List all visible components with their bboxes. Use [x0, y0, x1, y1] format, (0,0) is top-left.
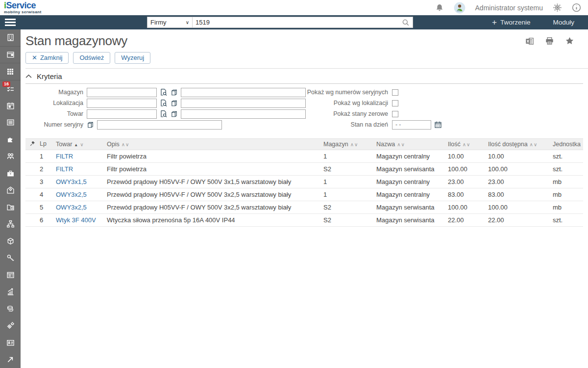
nav-links: + Tworzenie Moduły: [492, 15, 588, 29]
pokaz-wg-numerow-label: Pokaż wg numerów seryjnych: [280, 89, 392, 96]
lokalizacja-dictionary-icon[interactable]: [171, 100, 178, 107]
info-icon[interactable]: [572, 3, 581, 12]
export-excel-icon[interactable]: [525, 37, 534, 46]
reset-button[interactable]: Wyzeruj: [115, 52, 150, 64]
column-header-jednostka[interactable]: Jednostka: [551, 139, 583, 150]
sidebar-item-plugins[interactable]: [0, 131, 21, 148]
sidebar-item-browser[interactable]: [0, 47, 21, 64]
sort-icons[interactable]: ∧∨: [463, 142, 471, 147]
towar-code-input[interactable]: [87, 109, 157, 119]
sidebar-item-list[interactable]: [0, 114, 21, 131]
top-bar: iService mobilny serwisant Administrator…: [0, 0, 588, 15]
close-icon: ✕: [32, 54, 37, 61]
sort-asc-icon[interactable]: ▲: [74, 143, 78, 147]
table-row: 3 OWY3x1,5 Przewód prądowy H05VV-F / OWY…: [25, 176, 583, 188]
table-row: 1 FILTR Filtr powietrza 1 Magazyn centra…: [25, 150, 583, 163]
favorite-star-icon[interactable]: [565, 36, 574, 46]
print-icon[interactable]: [545, 36, 554, 46]
lokalizacja-lookup-icon[interactable]: [160, 99, 168, 107]
settings-gear-icon[interactable]: [553, 3, 562, 12]
towar-dictionary-icon[interactable]: [171, 110, 178, 118]
stan-na-dzien-label: Stan na dzień: [280, 121, 392, 128]
close-button[interactable]: ✕ Zamknij: [25, 52, 69, 64]
cell-magazyn: S2: [321, 201, 374, 214]
cell-nazwa: Magazyn serwisanta: [374, 201, 446, 214]
sidebar-item-access[interactable]: [0, 250, 21, 267]
briefcase-icon: [6, 169, 15, 178]
sidebar-item-partners[interactable]: [0, 148, 21, 165]
sidebar-item-apps[interactable]: [0, 63, 21, 80]
sidebar-item-offers[interactable]: [0, 182, 21, 199]
column-header-magazyn[interactable]: Magazyn∧∨: [321, 139, 374, 150]
sort-desc-icon[interactable]: ∨: [80, 142, 84, 147]
key-icon: [6, 254, 15, 262]
sidebar-item-tasks[interactable]: 16: [0, 80, 21, 98]
cell-towar-link[interactable]: FILTR: [54, 163, 105, 176]
column-header-ilosc-dostepna[interactable]: Ilość dostępna∧∨: [486, 139, 551, 150]
magazyn-lookup-icon[interactable]: [160, 88, 168, 96]
sidebar-item-external[interactable]: [0, 351, 21, 368]
cell-dostepna: 22.00: [486, 214, 551, 227]
column-header-lp[interactable]: Lp: [25, 139, 54, 150]
sidebar-item-forms[interactable]: [0, 266, 21, 284]
cell-towar-link[interactable]: Wtyk 3F 400V: [54, 214, 105, 227]
main-nav-bar: Firmy ∨ + Tworzenie Moduły: [0, 15, 588, 29]
cell-jednostka: szt.: [551, 214, 583, 227]
modules-menu[interactable]: Moduły: [553, 19, 574, 26]
search-input[interactable]: [193, 17, 399, 27]
magazyn-dictionary-icon[interactable]: [171, 89, 178, 96]
table-row: 5 OWY3x2,5 Przewód prądowy H05VV-F / OWY…: [25, 201, 583, 214]
user-avatar[interactable]: [454, 2, 466, 14]
column-header-opis[interactable]: Opis∧∨: [105, 139, 321, 150]
cell-towar-link[interactable]: OWY3x2,5: [54, 188, 105, 201]
notifications-bell-icon[interactable]: [435, 3, 444, 12]
sort-icons[interactable]: ∧∨: [530, 142, 538, 147]
numer-seryjny-dictionary-icon[interactable]: [87, 121, 94, 129]
refresh-button[interactable]: Odśwież: [73, 52, 110, 64]
column-header-ilosc[interactable]: Ilość∧∨: [446, 139, 486, 150]
sidebar-item-finance[interactable]: [0, 300, 21, 317]
stan-na-dzien-input[interactable]: [392, 120, 431, 130]
criteria-section-header[interactable]: Kryteria: [25, 72, 583, 84]
cell-nazwa: Magazyn centralny: [374, 188, 446, 201]
sidebar-item-settings[interactable]: [0, 317, 21, 335]
pin-icon[interactable]: [29, 141, 36, 148]
sidebar-item-structure[interactable]: [0, 216, 21, 233]
cell-magazyn: S2: [321, 163, 374, 176]
sidebar-item-products[interactable]: [0, 233, 21, 250]
lokalizacja-code-input[interactable]: [87, 99, 157, 108]
pokaz-stany-zerowe-checkbox[interactable]: [392, 111, 398, 117]
pokaz-stany-zerowe-label: Pokaż stany zerowe: [280, 110, 392, 117]
magazyn-code-input[interactable]: [87, 88, 157, 97]
gears-icon: [6, 321, 15, 330]
date-picker-calendar-icon[interactable]: [434, 121, 442, 129]
criteria-body: Magazyn Lokalizacja Towar: [25, 87, 583, 134]
refresh-button-label: Odśwież: [79, 54, 104, 61]
sidebar-item-company[interactable]: [0, 29, 21, 47]
sidebar-item-contacts[interactable]: [0, 334, 21, 351]
page-title: Stan magazynowy: [25, 33, 127, 49]
contact-card-icon: [6, 339, 15, 347]
hamburger-menu-icon[interactable]: [0, 19, 21, 26]
column-header-towar[interactable]: Towar▲∨: [54, 139, 105, 150]
towar-lookup-icon[interactable]: [160, 110, 168, 118]
cell-towar-link[interactable]: FILTR: [54, 150, 105, 163]
sidebar-item-briefcase[interactable]: [0, 165, 21, 182]
cell-towar-link[interactable]: OWY3x2,5: [54, 201, 105, 214]
search-category-select[interactable]: Firmy ∨: [147, 17, 193, 27]
cell-towar-link[interactable]: OWY3x1,5: [54, 176, 105, 188]
search-icon[interactable]: [399, 17, 413, 27]
sort-icons[interactable]: ∧∨: [122, 142, 130, 147]
pokaz-wg-numerow-checkbox[interactable]: [392, 89, 398, 96]
column-header-nazwa[interactable]: Nazwa∧∨: [374, 139, 446, 150]
sidebar-item-reports[interactable]: [0, 284, 21, 301]
sort-icons[interactable]: ∧∨: [350, 142, 359, 147]
app-logo[interactable]: iService mobilny serwisant: [4, 1, 42, 14]
sidebar-item-documents[interactable]: [0, 199, 21, 216]
logged-user-name[interactable]: Administrator systemu: [475, 4, 543, 12]
create-menu[interactable]: + Tworzenie: [492, 18, 530, 26]
numer-seryjny-input[interactable]: [97, 120, 222, 130]
sort-icons[interactable]: ∧∨: [397, 142, 405, 147]
sidebar-item-calendar[interactable]: [0, 97, 21, 114]
pokaz-wg-lokalizacji-checkbox[interactable]: [392, 100, 398, 106]
